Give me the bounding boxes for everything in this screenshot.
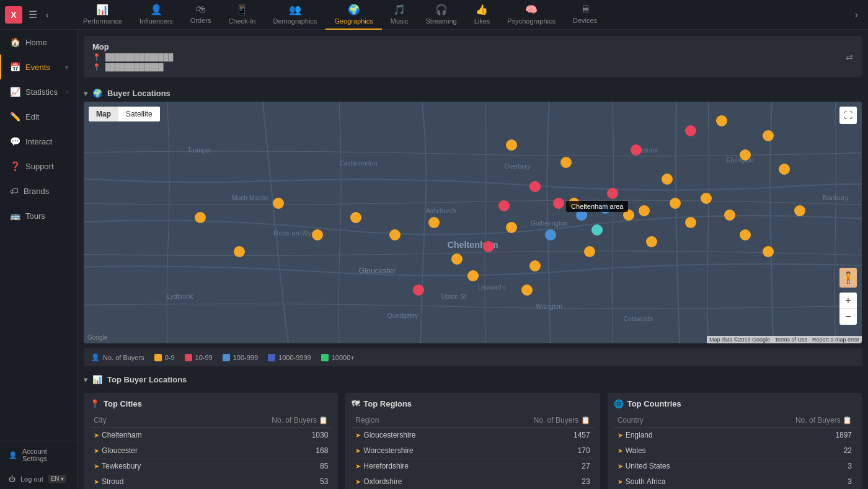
- map-pin-28[interactable]: [685, 217, 696, 228]
- legend-item-100-999: 100-999: [223, 354, 258, 361]
- row-buyers-1: 22: [731, 443, 856, 459]
- map-pin-11[interactable]: [607, 188, 618, 199]
- map-pin-33[interactable]: [413, 284, 424, 296]
- map-pin-15[interactable]: [506, 222, 517, 233]
- account-label: Account Settings: [22, 447, 68, 462]
- sidebar-item-events[interactable]: 📅 Events ▾: [0, 55, 77, 79]
- top-buyer-locations-header[interactable]: ▾ 📊 Top Buyer Locations: [84, 370, 862, 388]
- svg-text:Banbury: Banbury: [823, 194, 849, 201]
- sidebar-label-interact: Interact: [25, 137, 68, 146]
- map-tab-satellite[interactable]: Satellite: [118, 107, 160, 121]
- map-pin-30[interactable]: [794, 205, 805, 216]
- map-pin-13[interactable]: [701, 193, 712, 204]
- legend-label: No. of Buyers: [103, 354, 144, 361]
- tours-icon: 🚌: [10, 211, 20, 221]
- map-pin-14[interactable]: [428, 217, 440, 228]
- map-pin-29[interactable]: [740, 229, 751, 240]
- map-pin-42[interactable]: [498, 200, 510, 211]
- account-settings-item[interactable]: 👤 Account Settings: [0, 441, 77, 469]
- nav-item-checkin[interactable]: 📱 Check-In: [219, 0, 264, 30]
- logout-item[interactable]: ⏻ Log out EN ▾: [0, 469, 77, 489]
- cities-col-buyers: No. of Buyers 📋: [203, 413, 332, 428]
- map-pin-22[interactable]: [389, 229, 401, 240]
- swap-icon[interactable]: ⇄: [846, 52, 853, 62]
- map-pin-40[interactable]: [670, 198, 681, 209]
- nav-item-devices[interactable]: 🖥 Devices: [564, 0, 606, 30]
- map-pin-39[interactable]: [553, 198, 564, 209]
- map-pin-8[interactable]: [662, 174, 673, 185]
- sidebar-item-support[interactable]: ❓ Support: [0, 154, 77, 178]
- psychographics-icon: 🧠: [525, 4, 538, 15]
- map-pin-3[interactable]: [763, 130, 774, 141]
- app-logo[interactable]: X: [5, 6, 22, 24]
- map-pin-24[interactable]: [312, 229, 323, 240]
- map-pin-34[interactable]: [521, 284, 533, 296]
- nav-item-geographics[interactable]: 🌍 Geographics: [326, 0, 381, 30]
- map-pin-9[interactable]: [529, 181, 541, 192]
- countries-copy-icon[interactable]: 📋: [843, 416, 852, 425]
- map-pin-41[interactable]: [724, 209, 735, 221]
- nav-item-orders[interactable]: 🛍 Orders: [182, 0, 220, 30]
- sidebar-item-tours[interactable]: 🚌 Tours: [0, 203, 77, 228]
- nav-item-likes[interactable]: 👍 Likes: [466, 0, 499, 30]
- sidebar-item-statistics[interactable]: 📈 Statistics ›: [0, 79, 77, 104]
- nav-item-music[interactable]: 🎵 Music: [382, 0, 417, 30]
- zoom-out-button[interactable]: −: [839, 309, 857, 325]
- map-pin-17[interactable]: [591, 224, 603, 236]
- map-pin-25[interactable]: [273, 198, 284, 209]
- map-pin-6[interactable]: [740, 149, 751, 161]
- nav-label-influencers: Influencers: [140, 17, 173, 25]
- map-pin-21[interactable]: [451, 253, 463, 265]
- svg-text:Cotswolds: Cotswolds: [624, 315, 653, 322]
- content-area: Mop 📍 ██████████████ 📍 ████████████ ⇄ ▾ …: [78, 30, 868, 489]
- map-pin-20[interactable]: [529, 260, 541, 271]
- map-pin-23[interactable]: [350, 212, 361, 223]
- map-pin-32[interactable]: [467, 270, 479, 281]
- zoom-in-button[interactable]: +: [839, 293, 857, 309]
- nav-label-psychographics: Psychographics: [507, 17, 556, 25]
- map-person-button[interactable]: 🧍: [839, 268, 857, 288]
- sidebar-item-brands[interactable]: 🏷 Brands: [0, 178, 77, 203]
- cities-copy-icon[interactable]: 📋: [319, 416, 328, 425]
- nav-item-psychographics[interactable]: 🧠 Psychographics: [498, 0, 564, 30]
- map-pin-4[interactable]: [560, 157, 572, 168]
- map-pin-18[interactable]: [483, 241, 494, 252]
- statistics-arrow-icon: ›: [66, 89, 68, 95]
- map-pin-35[interactable]: [234, 246, 245, 257]
- sidebar-item-interact[interactable]: 💬 Interact: [0, 129, 77, 154]
- map-pin-19[interactable]: [584, 246, 595, 257]
- person-icon: 🧍: [841, 271, 855, 284]
- map-zoom-controls: + −: [839, 293, 857, 325]
- countries-table-body: ➤England 1897 ➤Wales 22 ➤United States 3…: [614, 428, 856, 490]
- event-detail-text-2: ████████████: [105, 63, 164, 71]
- hamburger-button[interactable]: ☰: [26, 6, 40, 23]
- back-button[interactable]: ‹: [43, 7, 51, 22]
- sidebar-item-home[interactable]: 🏠 Home: [0, 30, 77, 55]
- row-buyers-0: 1897: [731, 428, 856, 443]
- map-pin-27[interactable]: [646, 236, 657, 247]
- map-pin-1[interactable]: [685, 125, 696, 136]
- map-pin-31[interactable]: [763, 246, 774, 257]
- map-pin-12[interactable]: [639, 205, 650, 216]
- nav-item-streaming[interactable]: 🎧 Streaming: [417, 0, 465, 30]
- nav-item-performance[interactable]: 📊 Performance: [74, 0, 131, 30]
- nav-more-button[interactable]: ›: [850, 9, 863, 20]
- nav-item-demographics[interactable]: 👥 Demographics: [264, 0, 326, 30]
- svg-text:Witington: Witington: [536, 303, 562, 310]
- regions-copy-icon[interactable]: 📋: [581, 416, 590, 425]
- map-pin-5[interactable]: [631, 144, 642, 156]
- map-pin-16[interactable]: [545, 229, 556, 240]
- regions-table: Region No. of Buyers 📋 ➤Gloucestershire: [352, 413, 593, 489]
- map-pin-36[interactable]: [195, 212, 206, 223]
- legend-item-1000-9999: 1000-9999: [268, 354, 311, 361]
- map-pin-0[interactable]: [506, 139, 517, 151]
- influencers-icon: 👤: [150, 4, 162, 15]
- map-pin-2[interactable]: [716, 115, 727, 126]
- map-pin-7[interactable]: [779, 164, 790, 175]
- language-badge[interactable]: EN ▾: [48, 475, 67, 483]
- sidebar-item-edit[interactable]: ✏️ Edit: [0, 104, 77, 129]
- map-fullscreen-button[interactable]: ⛶: [839, 107, 857, 124]
- map-tab-map[interactable]: Map: [89, 107, 118, 121]
- nav-item-influencers[interactable]: 👤 Influencers: [131, 0, 182, 30]
- buyer-locations-header[interactable]: ▾ 🌍 Buyer Locations: [84, 84, 862, 102]
